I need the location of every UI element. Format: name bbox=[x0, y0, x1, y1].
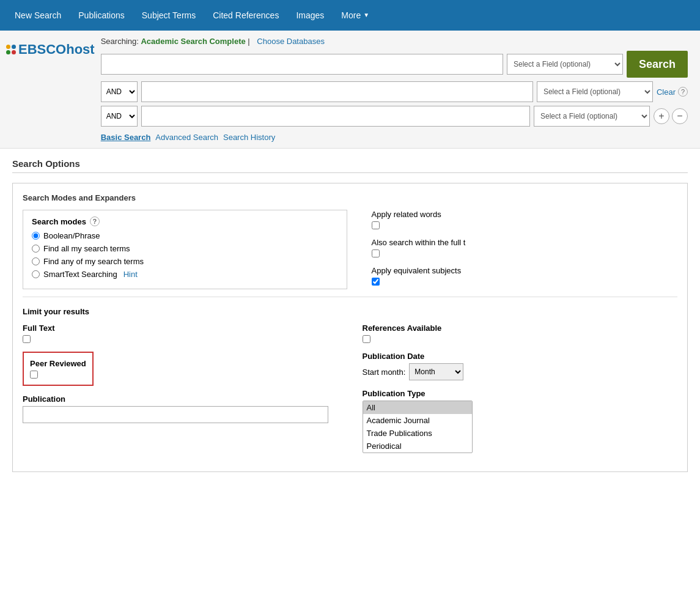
radio-smarttext: SmartText Searching Hint bbox=[32, 270, 338, 279]
tab-search-history[interactable]: Search History bbox=[223, 133, 275, 142]
radio-find-any-label: Find any of my search terms bbox=[43, 257, 144, 266]
search-section: Searching: Academic Search Complete | Ch… bbox=[101, 37, 688, 142]
expanders-column: Apply related words Also search within t… bbox=[366, 210, 678, 294]
field-select-1[interactable]: Select a Field (optional) bbox=[507, 54, 623, 75]
modes-expanders-title: Search Modes and Expanders bbox=[23, 193, 677, 202]
search-modes-box: Search modes ? Boolean/Phrase Find all m… bbox=[23, 210, 347, 289]
clear-help-area: Clear ? bbox=[657, 87, 688, 97]
limit-references-available: References Available bbox=[363, 323, 678, 343]
logo-dot-red bbox=[12, 50, 16, 54]
search-tabs: Basic Search Advanced Search Search Hist… bbox=[101, 133, 688, 142]
radio-find-all-input[interactable] bbox=[32, 245, 40, 253]
nav-subject-terms[interactable]: Subject Terms bbox=[133, 0, 204, 31]
limit-left-col: Full Text Peer Reviewed bbox=[23, 323, 338, 432]
field-select-2[interactable]: Select a Field (optional) bbox=[537, 81, 653, 102]
nav-publications[interactable]: Publications bbox=[70, 0, 133, 31]
checkbox-apply-related[interactable] bbox=[372, 221, 380, 229]
top-navigation: New Search Publications Subject Terms Ci… bbox=[0, 0, 700, 31]
start-month-select[interactable]: Month January February March April May J… bbox=[409, 363, 463, 380]
choose-databases-link[interactable]: Choose Databases bbox=[257, 37, 325, 46]
logo-dot-orange bbox=[6, 45, 10, 49]
peer-reviewed-box: Peer Reviewed bbox=[23, 352, 94, 386]
expander-search-full-text: Also search within the full t bbox=[372, 238, 678, 257]
limit-right-col: References Available Publication Date St… bbox=[363, 323, 678, 462]
hint-link[interactable]: Hint bbox=[123, 270, 138, 279]
pipe-separator: | bbox=[248, 37, 252, 46]
checkbox-equivalent-subjects[interactable] bbox=[372, 278, 380, 286]
field-select-3[interactable]: Select a Field (optional) bbox=[534, 106, 650, 127]
publication-input[interactable] bbox=[23, 406, 328, 423]
header-search-area: EBSCOhost Searching: Academic Search Com… bbox=[0, 31, 700, 149]
logo: EBSCOhost bbox=[6, 37, 95, 57]
tab-advanced-search[interactable]: Advanced Search bbox=[155, 133, 218, 142]
limit-row: Full Text Peer Reviewed bbox=[23, 323, 677, 462]
limit-results-section: Limit your results Full Text Peer Review… bbox=[23, 297, 677, 462]
checkbox-peer-reviewed[interactable] bbox=[30, 371, 38, 379]
boolean-select-2[interactable]: AND OR NOT bbox=[101, 106, 138, 127]
radio-find-any: Find any of my search terms bbox=[32, 257, 338, 266]
limit-peer-reviewed: Peer Reviewed bbox=[23, 352, 338, 386]
search-row-1: Select a Field (optional) Search bbox=[101, 51, 688, 78]
remove-row-button[interactable]: − bbox=[672, 108, 688, 124]
main-content: Search Options Search Modes and Expander… bbox=[0, 149, 700, 494]
search-input-2[interactable] bbox=[141, 81, 533, 102]
search-input-1[interactable] bbox=[101, 54, 503, 75]
clear-link[interactable]: Clear bbox=[657, 87, 676, 97]
limit-results-title: Limit your results bbox=[23, 307, 677, 316]
nav-images[interactable]: Images bbox=[287, 0, 333, 31]
search-row-2: AND OR NOT Select a Field (optional) Cle… bbox=[101, 81, 688, 102]
radio-smarttext-input[interactable] bbox=[32, 270, 40, 278]
checkbox-references-available[interactable] bbox=[363, 335, 370, 343]
search-options-box: Search Modes and Expanders Search modes … bbox=[12, 183, 688, 472]
chevron-down-icon: ▼ bbox=[363, 0, 369, 31]
searching-line: Searching: Academic Search Complete | Ch… bbox=[101, 37, 688, 46]
boolean-select-1[interactable]: AND OR NOT bbox=[101, 81, 138, 102]
search-options-title: Search Options bbox=[12, 158, 688, 173]
modes-expanders-row: Search modes ? Boolean/Phrase Find all m… bbox=[23, 210, 677, 294]
radio-smarttext-label: SmartText Searching bbox=[43, 270, 117, 279]
radio-boolean-phrase: Boolean/Phrase bbox=[32, 231, 338, 240]
tab-basic-search[interactable]: Basic Search bbox=[101, 133, 151, 142]
help-icon[interactable]: ? bbox=[678, 87, 688, 97]
add-remove-buttons: + − bbox=[654, 108, 688, 124]
search-button[interactable]: Search bbox=[627, 51, 688, 78]
limit-publication-type: Publication Type All Academic Journal Tr… bbox=[363, 389, 678, 453]
nav-cited-references[interactable]: Cited References bbox=[204, 0, 287, 31]
search-input-3[interactable] bbox=[141, 106, 530, 127]
expander-apply-related: Apply related words bbox=[372, 210, 678, 229]
expander-equivalent-subjects: Apply equivalent subjects bbox=[372, 266, 678, 286]
limit-full-text: Full Text bbox=[23, 323, 338, 343]
nav-new-search[interactable]: New Search bbox=[6, 0, 70, 31]
checkbox-search-full-text[interactable] bbox=[372, 249, 380, 257]
radio-find-all: Find all my search terms bbox=[32, 244, 338, 253]
publication-type-select[interactable]: All Academic Journal Trade Publications … bbox=[363, 401, 473, 453]
radio-find-all-label: Find all my search terms bbox=[43, 244, 130, 253]
search-modes-help-icon[interactable]: ? bbox=[90, 216, 100, 226]
checkbox-full-text[interactable] bbox=[23, 335, 31, 343]
search-modes-header: Search modes ? bbox=[32, 216, 338, 226]
search-row-3: AND OR NOT Select a Field (optional) + − bbox=[101, 106, 688, 127]
logo-dots bbox=[6, 45, 16, 54]
logo-dot-blue bbox=[12, 45, 16, 49]
radio-find-any-input[interactable] bbox=[32, 257, 40, 265]
radio-boolean-input[interactable] bbox=[32, 232, 40, 240]
logo-dot-green bbox=[6, 50, 10, 54]
limit-publication: Publication bbox=[23, 394, 338, 423]
nav-more[interactable]: More ▼ bbox=[333, 0, 378, 31]
database-name: Academic Search Complete bbox=[141, 37, 245, 46]
radio-boolean-label: Boolean/Phrase bbox=[43, 231, 100, 240]
logo-text: EBSCOhost bbox=[18, 42, 95, 57]
add-row-button[interactable]: + bbox=[654, 108, 669, 124]
limit-publication-date: Publication Date Start month: Month Janu… bbox=[363, 352, 678, 380]
